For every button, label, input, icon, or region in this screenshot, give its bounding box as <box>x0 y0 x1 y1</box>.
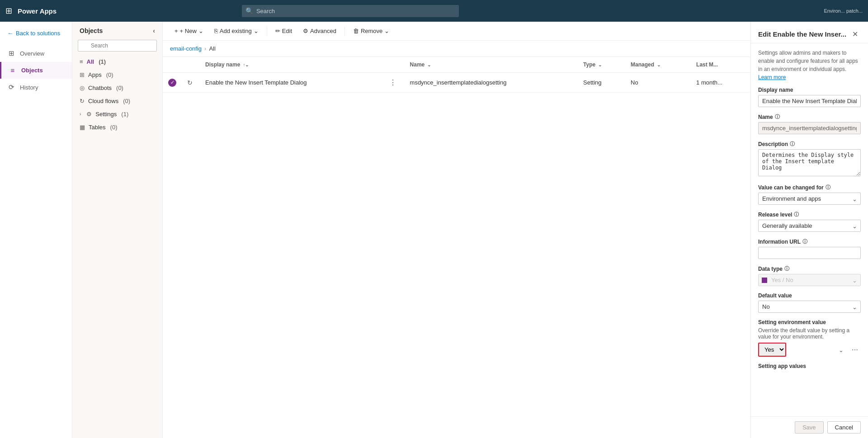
field-label-release-level: Release level ⓘ <box>758 211 861 218</box>
sidebar-item-objects[interactable]: ≡ Objects <box>0 62 72 79</box>
panel-close-button[interactable]: ✕ <box>849 29 861 39</box>
toolbar-divider-2 <box>344 27 345 36</box>
obj-item-apps[interactable]: ⊞ Apps (0) <box>72 68 162 81</box>
yes-no-icon <box>762 278 767 283</box>
row-check-circle: ✓ <box>168 79 176 87</box>
search-icon: 🔍 <box>245 7 253 14</box>
sidebar-item-history[interactable]: ⟳ History <box>0 79 72 96</box>
field-group-setting-app-values: Setting app values <box>758 363 861 369</box>
default-value-select[interactable]: No Yes <box>758 301 861 313</box>
objects-panel-title: Objects <box>80 27 103 34</box>
name-input <box>758 122 861 134</box>
learn-more-link[interactable]: Learn more <box>758 74 786 80</box>
topbar-right: Environ... patch... <box>824 8 863 14</box>
field-group-release-level: Release level ⓘ Generally available <box>758 211 861 232</box>
collapse-icon[interactable]: ‹ <box>153 27 155 34</box>
data-table: Display name ↑⌄ Name ⌄ <box>163 57 750 93</box>
save-button[interactable]: Save <box>795 421 824 433</box>
table-area: Display name ↑⌄ Name ⌄ <box>163 57 750 438</box>
field-group-info-url: Information URL ⓘ <box>758 238 861 259</box>
release-level-select[interactable]: Generally available <box>758 220 861 232</box>
data-type-select: Yes / No <box>758 274 861 286</box>
info-url-input[interactable] <box>758 247 861 259</box>
field-label-name: Name ⓘ <box>758 113 861 120</box>
description-textarea[interactable]: Determines the Display style of the Inse… <box>758 149 861 176</box>
remove-chevron-icon: ⌄ <box>384 28 389 34</box>
cancel-button[interactable]: Cancel <box>827 421 861 433</box>
displayname-sort-icon: ↑⌄ <box>243 62 249 67</box>
overview-icon: ⊞ <box>7 49 15 57</box>
field-label-setting-app-values: Setting app values <box>758 363 861 369</box>
obj-item-tables[interactable]: ▦ Tables (0) <box>72 121 162 134</box>
env-value-more-button[interactable]: ⋯ <box>849 344 861 356</box>
table-header-row: Display name ↑⌄ Name ⌄ <box>163 57 750 73</box>
edit-button[interactable]: ✏ Edit <box>271 25 297 37</box>
remove-button[interactable]: 🗑 Remove ⌄ <box>349 25 394 37</box>
table-row[interactable]: ✓ ↻ Enable the New Insert Template Dialo… <box>163 73 750 93</box>
row-actions: ⋮ <box>381 73 405 93</box>
desc-info-icon: ⓘ <box>790 141 795 147</box>
cloudflows-icon: ↻ <box>80 98 85 104</box>
obj-item-chatbots[interactable]: ◎ Chatbots (0) <box>72 81 162 94</box>
row-check[interactable]: ✓ <box>163 73 182 93</box>
release-level-info-icon: ⓘ <box>794 211 799 218</box>
name-info-icon: ⓘ <box>775 113 780 120</box>
panel-header: Edit Enable the New Inser... ✕ <box>751 22 868 43</box>
obj-item-all[interactable]: ≡ All (1) <box>72 55 162 68</box>
col-header-name[interactable]: Name ⌄ <box>405 57 578 73</box>
col-header-check <box>163 57 182 73</box>
sidebar-item-overview[interactable]: ⊞ Overview <box>0 45 72 62</box>
advanced-icon: ⚙ <box>303 28 308 34</box>
main-layout: ← Back to solutions ⊞ Overview ≡ Objects… <box>0 22 868 438</box>
breadcrumb-parent[interactable]: email-config <box>170 45 202 52</box>
breadcrumb-current: All <box>209 45 215 52</box>
field-group-data-type: Data type ⓘ Yes / No <box>758 265 861 286</box>
value-changed-select[interactable]: Environment and apps <box>758 193 861 205</box>
managed-sort-icon: ⌄ <box>657 62 660 67</box>
default-value-select-wrap: No Yes <box>758 301 861 313</box>
row-more-button[interactable]: ⋮ <box>387 77 399 88</box>
col-header-lastmodified[interactable]: Last M... <box>691 57 750 73</box>
objects-panel: Objects ‹ 🔍 ≡ All (1) ⊞ Apps (0) ◎ Chatb… <box>72 22 163 438</box>
field-label-data-type: Data type ⓘ <box>758 265 861 272</box>
topbar: ⊞ Power Apps 🔍 Environ... patch... <box>0 0 868 22</box>
objects-search-input[interactable] <box>78 40 157 52</box>
back-arrow-icon: ← <box>7 30 13 37</box>
panel-footer: Save Cancel <box>751 416 868 438</box>
row-lastmodified: 1 month... <box>691 73 750 93</box>
col-header-displayname[interactable]: Display name ↑⌄ <box>200 57 381 73</box>
col-header-type[interactable]: Type ⌄ <box>578 57 625 73</box>
new-button[interactable]: + + New ⌄ <box>170 25 208 37</box>
obj-item-settings[interactable]: › ⚙ Settings (1) <box>72 108 162 121</box>
toolbar-divider-1 <box>267 27 267 36</box>
obj-item-cloudflows[interactable]: ↻ Cloud flows (0) <box>72 94 162 108</box>
row-refresh-icon: ↻ <box>187 79 193 86</box>
name-sort-icon: ⌄ <box>427 62 431 67</box>
field-label-displayname: Display name <box>758 87 861 93</box>
objects-icon: ≡ <box>9 66 17 74</box>
field-group-value-changed-for: Value can be changed for ⓘ Environment a… <box>758 184 861 205</box>
displayname-input[interactable] <box>758 95 861 107</box>
value-changed-info-icon: ⓘ <box>826 184 830 191</box>
col-header-managed[interactable]: Managed ⌄ <box>625 57 691 73</box>
add-existing-button[interactable]: ⎘ Add existing ⌄ <box>210 25 263 37</box>
content-toolbar: + + New ⌄ ⎘ Add existing ⌄ ✏ Edit ⚙ Adva… <box>163 22 750 41</box>
history-icon: ⟳ <box>7 83 15 91</box>
advanced-button[interactable]: ⚙ Advanced <box>298 25 341 37</box>
objects-search-wrap: 🔍 <box>72 38 162 55</box>
search-input[interactable] <box>242 5 459 17</box>
setting-env-subtitle: Override the default value by setting a … <box>758 327 861 340</box>
back-to-solutions[interactable]: ← Back to solutions <box>0 25 72 41</box>
env-value-select[interactable]: Yes No <box>758 343 786 357</box>
row-name: msdynce_inserttemplatedialogsetting <box>405 73 578 93</box>
waffle-icon[interactable]: ⊞ <box>5 6 12 16</box>
data-type-info-icon: ⓘ <box>784 265 789 272</box>
row-managed: No <box>625 73 691 93</box>
row-icon: ↻ <box>182 73 200 93</box>
field-group-displayname: Display name <box>758 87 861 107</box>
remove-icon: 🗑 <box>353 28 359 34</box>
value-changed-select-wrap: Environment and apps <box>758 193 861 205</box>
env-label: Environ... patch... <box>824 8 863 14</box>
info-url-info-icon: ⓘ <box>802 238 807 245</box>
left-sidebar: ← Back to solutions ⊞ Overview ≡ Objects… <box>0 22 72 438</box>
